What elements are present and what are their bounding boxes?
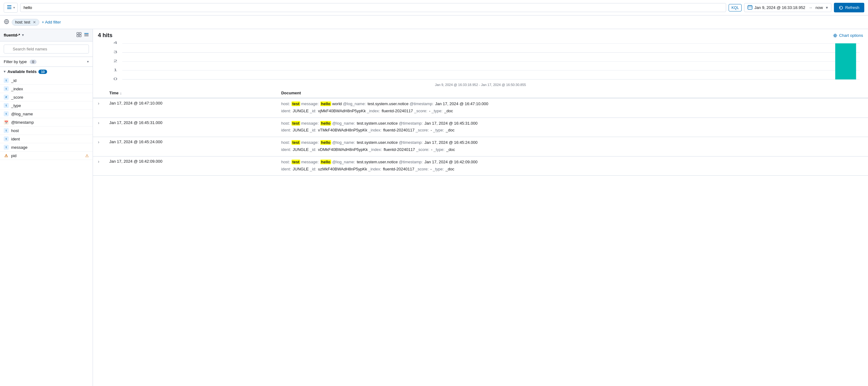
expand-row-1-button[interactable]: › (98, 101, 99, 106)
sidebar: fluentd-* ▾ (0, 29, 93, 386)
search-field-wrapper: 🔍 (0, 41, 93, 57)
date-chevron-icon: ▾ (826, 5, 828, 10)
index-pattern-button[interactable]: fluentd-* ▾ (4, 33, 24, 37)
chart-date-range: Jan 9, 2024 @ 16:33:18.952 - Jan 17, 202… (98, 83, 863, 88)
svg-rect-16 (84, 34, 89, 35)
field-type-icon-timestamp: 📅 (4, 120, 9, 125)
filter-chip-label: host: test (15, 20, 30, 25)
field-name-id: _id (11, 78, 17, 83)
svg-rect-0 (7, 5, 11, 6)
sidebar-grid-icon[interactable] (76, 32, 82, 38)
index-icon (6, 4, 12, 11)
field-item-index[interactable]: t _index (0, 85, 93, 93)
refresh-button[interactable]: Refresh (834, 3, 864, 12)
index-chevron-icon: ▾ (13, 6, 15, 9)
field-type-icon-log-name: t (4, 111, 9, 116)
available-fields-header[interactable]: ▾ Available fields 10 (0, 67, 93, 76)
field-name-log-name: @log_name (11, 112, 33, 116)
index-pattern-chevron-icon: ▾ (22, 33, 24, 37)
field-name-host: host (11, 128, 19, 133)
filter-type-row[interactable]: Filter by type 0 ▾ (0, 57, 93, 67)
row2-time: Jan 17, 2024 @ 16:45:31.000 (104, 117, 276, 137)
field-item-ident[interactable]: t ident (0, 135, 93, 143)
svg-rect-4 (749, 5, 749, 6)
expand-row-4-button[interactable]: › (98, 159, 99, 164)
col-time-header: Time ↓ (104, 88, 276, 98)
refresh-icon (839, 6, 843, 10)
field-type-icon-id: t (4, 78, 9, 83)
svg-text:0: 0 (113, 77, 117, 81)
row4-time: Jan 17, 2024 @ 16:42:09.000 (104, 156, 276, 176)
row4-document: host: test message: hello @log_name: tes… (276, 156, 868, 176)
svg-rect-1 (7, 7, 11, 7)
field-name-score: _score (11, 95, 23, 100)
field-type-icon-host: t (4, 128, 9, 133)
filter-bar: host: test ✕ + Add filter (0, 15, 868, 29)
index-selector[interactable]: ▾ (4, 3, 18, 13)
svg-rect-2 (7, 8, 11, 9)
hits-count: 4 hits (98, 32, 113, 39)
field-item-host[interactable]: t host (0, 127, 93, 135)
filter-chip-host[interactable]: host: test ✕ (12, 19, 39, 26)
kql-button[interactable]: KQL (728, 4, 742, 11)
date-picker[interactable]: Jan 9, 2024 @ 16:33:18.952 → now ▾ (744, 3, 832, 12)
svg-rect-3 (748, 6, 752, 9)
chart-options-label: Chart options (839, 33, 863, 38)
histogram-chart: 0 1 2 3 4 2024-01-10 00:00 2024-01-11 00… (98, 39, 863, 82)
sidebar-header: fluentd-* ▾ (0, 29, 93, 41)
svg-rect-15 (84, 33, 89, 34)
svg-text:3: 3 (113, 50, 117, 54)
field-item-timestamp[interactable]: 📅 @timestamp (0, 118, 93, 127)
field-type-icon-score: # (4, 95, 9, 100)
svg-text:4: 4 (113, 41, 117, 45)
svg-point-18 (834, 35, 836, 36)
field-item-pid[interactable]: ⚠ pid ⚠ (0, 151, 93, 160)
content-area: 4 hits Chart options 0 1 2 3 4 (93, 29, 868, 386)
row3-document: host: test message: hello @log_name: tes… (276, 137, 868, 156)
sidebar-header-icons (76, 32, 89, 38)
global-filter-icon[interactable] (4, 19, 9, 26)
sort-down-icon[interactable]: ↓ (120, 91, 122, 95)
field-item-score[interactable]: # _score (0, 93, 93, 101)
chart-bar-jan17[interactable] (835, 43, 856, 79)
svg-text:1: 1 (113, 68, 117, 72)
expand-row-3-button[interactable]: › (98, 140, 99, 144)
field-item-type[interactable]: t _type (0, 101, 93, 110)
field-type-icon-message: t (4, 145, 9, 150)
row1-time: Jan 17, 2024 @ 16:47:10.000 (104, 98, 276, 117)
filter-chip-close-icon[interactable]: ✕ (33, 20, 36, 25)
table-row: › Jan 17, 2024 @ 16:42:09.000 host: test… (93, 156, 868, 176)
svg-rect-12 (79, 33, 81, 34)
field-warning-pid-icon: ⚠ (85, 153, 89, 158)
field-type-icon-ident: t (4, 136, 9, 141)
table-row: › Jan 17, 2024 @ 16:47:10.000 host: test… (93, 98, 868, 117)
field-item-id[interactable]: t _id (0, 76, 93, 85)
field-item-message[interactable]: t message (0, 143, 93, 151)
field-name-pid: pid (11, 153, 17, 158)
field-name-timestamp: @timestamp (11, 120, 34, 125)
row2-document: host: test message: hello @log_name: tes… (276, 117, 868, 137)
date-from: Jan 9, 2024 @ 16:33:18.952 (754, 5, 805, 10)
fields-list: t _id t _index # _score t _type t @log_n… (0, 76, 93, 386)
search-field-input[interactable] (4, 44, 89, 54)
field-name-message: message (11, 145, 28, 150)
top-bar: ▾ KQL Jan 9, 2024 @ 16:33:18.952 → now ▾… (0, 0, 868, 15)
query-input[interactable] (20, 3, 726, 12)
table-row: › Jan 17, 2024 @ 16:45:31.000 host: test… (93, 117, 868, 137)
add-filter-button[interactable]: + Add filter (42, 20, 61, 25)
filter-type-chevron-icon: ▾ (87, 60, 89, 64)
gear-icon (833, 33, 837, 38)
date-to: now (816, 5, 823, 10)
svg-rect-6 (748, 7, 752, 7)
col-document-header: Document (276, 88, 868, 98)
table-row: › Jan 17, 2024 @ 16:45:24.000 host: test… (93, 137, 868, 156)
field-item-log-name[interactable]: t @log_name (0, 110, 93, 118)
sidebar-list-icon[interactable] (84, 32, 89, 38)
available-fields-count: 10 (38, 70, 47, 74)
field-type-icon-type: t (4, 103, 9, 108)
calendar-icon (747, 5, 752, 10)
expand-row-2-button[interactable]: › (98, 120, 99, 125)
svg-rect-5 (751, 5, 751, 6)
chart-options-button[interactable]: Chart options (833, 33, 863, 38)
chart-header: 4 hits Chart options (93, 29, 868, 39)
